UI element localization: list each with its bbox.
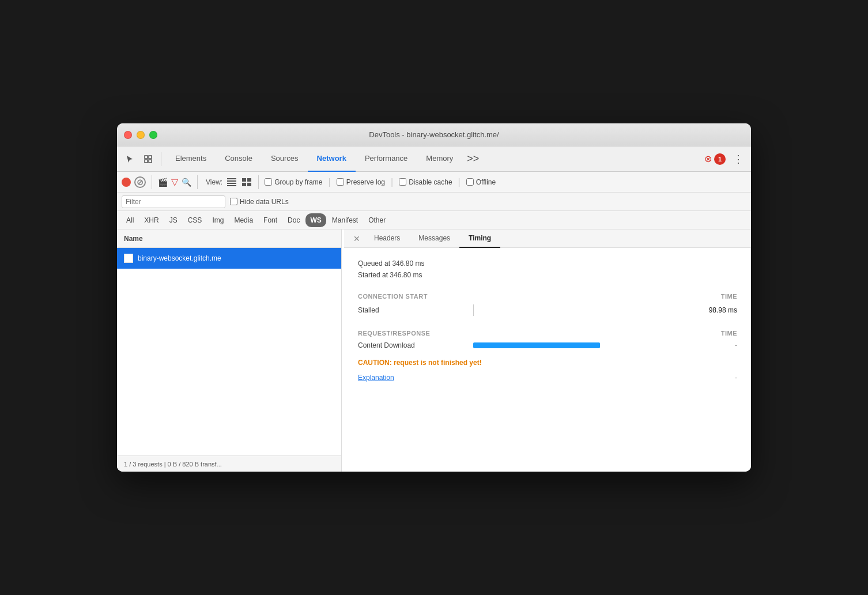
svg-rect-7 <box>227 185 236 186</box>
resource-tab-all[interactable]: All <box>122 213 138 227</box>
request-favicon <box>124 254 133 263</box>
resource-tab-other[interactable]: Other <box>364 213 390 227</box>
request-response-section: Request/Response TIME Content Download - <box>358 330 737 349</box>
search-icon[interactable]: 🔍 <box>182 178 191 187</box>
connection-start-section: Connection Start TIME Stalled 98.98 ms <box>358 293 737 316</box>
content-download-bar <box>473 342 600 348</box>
devtools-window: DevTools - binary-websocket.glitch.me/ E… <box>117 123 751 472</box>
offline-checkbox[interactable]: Offline <box>466 178 496 186</box>
error-indicator[interactable]: ⊗ 1 <box>704 153 726 165</box>
svg-rect-0 <box>145 156 148 159</box>
more-options-icon[interactable]: ⋮ <box>730 151 746 167</box>
view-list-icon[interactable] <box>226 176 237 188</box>
cursor-icon[interactable] <box>122 151 138 167</box>
network-toolbar-sep3 <box>258 175 259 189</box>
stalled-row: Stalled 98.98 ms <box>358 304 737 316</box>
requests-footer: 1 / 3 requests | 0 B / 820 B transf... <box>117 455 341 472</box>
group-by-frame-checkbox[interactable]: Group by frame <box>265 178 322 186</box>
svg-rect-11 <box>247 183 251 186</box>
requests-empty-space <box>117 269 341 455</box>
tab-console[interactable]: Console <box>216 146 262 172</box>
content-download-label: Content Download <box>358 341 462 349</box>
record-button[interactable] <box>122 178 131 187</box>
requests-header: Name <box>117 229 341 248</box>
error-icon: ⊗ <box>704 153 712 164</box>
details-tab-messages[interactable]: Messages <box>409 229 459 248</box>
toolbar-right: ⊗ 1 ⋮ <box>704 151 746 167</box>
clear-button[interactable]: ⊘ <box>134 176 146 188</box>
window-title: DevTools - binary-websocket.glitch.me/ <box>369 130 499 139</box>
tab-elements[interactable]: Elements <box>166 146 216 172</box>
tab-performance[interactable]: Performance <box>356 146 417 172</box>
resource-tab-css[interactable]: CSS <box>183 213 207 227</box>
content-download-value: - <box>691 341 737 349</box>
svg-rect-1 <box>145 160 148 163</box>
filter-input[interactable] <box>122 195 225 208</box>
maximize-button[interactable] <box>149 131 157 139</box>
tab-sources[interactable]: Sources <box>262 146 308 172</box>
resource-tab-media[interactable]: Media <box>229 213 258 227</box>
resource-tab-manifest[interactable]: Manifest <box>327 213 363 227</box>
svg-rect-9 <box>247 178 251 182</box>
view-label: View: <box>206 178 222 186</box>
svg-rect-10 <box>242 183 246 186</box>
screenshot-icon[interactable]: 🎬 <box>158 178 168 187</box>
details-tabs: ✕ Headers Messages Timing <box>344 229 751 248</box>
top-toolbar: Elements Console Sources Network Perform… <box>117 146 751 172</box>
explanation-link[interactable]: Explanation <box>358 374 394 382</box>
request-item[interactable]: binary-websocket.glitch.me <box>117 248 341 269</box>
timing-content: Queued at 346.80 ms Started at 346.80 ms… <box>344 248 751 472</box>
filter-icon[interactable]: ▽ <box>171 176 178 187</box>
main-content: Name binary-websocket.glitch.me 1 / 3 re… <box>117 229 751 472</box>
requests-panel: Name binary-websocket.glitch.me 1 / 3 re… <box>117 229 342 472</box>
stalled-bar-area <box>462 304 691 316</box>
resource-tab-js[interactable]: JS <box>165 213 182 227</box>
tab-memory[interactable]: Memory <box>417 146 462 172</box>
svg-rect-2 <box>149 156 152 159</box>
content-download-row: Content Download - <box>358 341 737 349</box>
minimize-button[interactable] <box>137 131 145 139</box>
inspect-icon[interactable] <box>140 151 156 167</box>
caution-text: CAUTION: request is not finished yet! <box>358 359 737 367</box>
explanation-dash: - <box>691 374 737 382</box>
svg-rect-8 <box>242 178 246 182</box>
filter-bar: Hide data URLs <box>117 193 751 211</box>
resource-tab-ws[interactable]: WS <box>305 213 326 227</box>
svg-rect-3 <box>149 160 152 163</box>
disable-cache-checkbox[interactable]: Disable cache <box>399 178 452 186</box>
request-response-header: Request/Response TIME <box>358 330 737 337</box>
stalled-label: Stalled <box>358 306 462 314</box>
tab-network[interactable]: Network <box>308 146 356 172</box>
tab-more[interactable]: >> <box>462 146 484 172</box>
network-toolbar-sep1 <box>152 175 152 189</box>
explanation-row: Explanation - <box>358 374 737 382</box>
details-tab-headers[interactable]: Headers <box>365 229 409 248</box>
traffic-lights <box>124 131 157 139</box>
toolbar-separator <box>161 152 161 166</box>
title-bar: DevTools - binary-websocket.glitch.me/ <box>117 123 751 146</box>
close-button[interactable] <box>124 131 132 139</box>
view-grid-icon[interactable] <box>241 176 252 188</box>
svg-rect-5 <box>227 180 236 182</box>
started-at: Started at 346.80 ms <box>358 271 737 279</box>
preserve-log-checkbox[interactable]: Preserve log <box>337 178 385 186</box>
content-download-bar-area <box>462 342 691 348</box>
request-name: binary-websocket.glitch.me <box>138 254 221 262</box>
details-panel: ✕ Headers Messages Timing Queued at 346.… <box>344 229 751 472</box>
connection-start-header: Connection Start TIME <box>358 293 737 300</box>
resource-tab-xhr[interactable]: XHR <box>139 213 163 227</box>
stalled-value: 98.98 ms <box>691 306 737 314</box>
timing-pipe <box>473 304 474 316</box>
network-toolbar: ⊘ 🎬 ▽ 🔍 View: Group by frame <box>117 172 751 193</box>
details-tab-timing[interactable]: Timing <box>459 229 500 248</box>
svg-rect-6 <box>227 183 236 184</box>
resource-tab-doc[interactable]: Doc <box>283 213 304 227</box>
hide-data-urls-checkbox[interactable]: Hide data URLs <box>230 198 289 206</box>
resource-tab-font[interactable]: Font <box>259 213 282 227</box>
close-details-button[interactable]: ✕ <box>349 229 365 248</box>
resource-tab-img[interactable]: Img <box>207 213 228 227</box>
nav-tabs: Elements Console Sources Network Perform… <box>166 146 702 172</box>
resource-tabs: All XHR JS CSS Img Media Font Doc WS Man… <box>117 211 751 229</box>
error-count: 1 <box>714 153 726 165</box>
queued-at: Queued at 346.80 ms <box>358 259 737 268</box>
